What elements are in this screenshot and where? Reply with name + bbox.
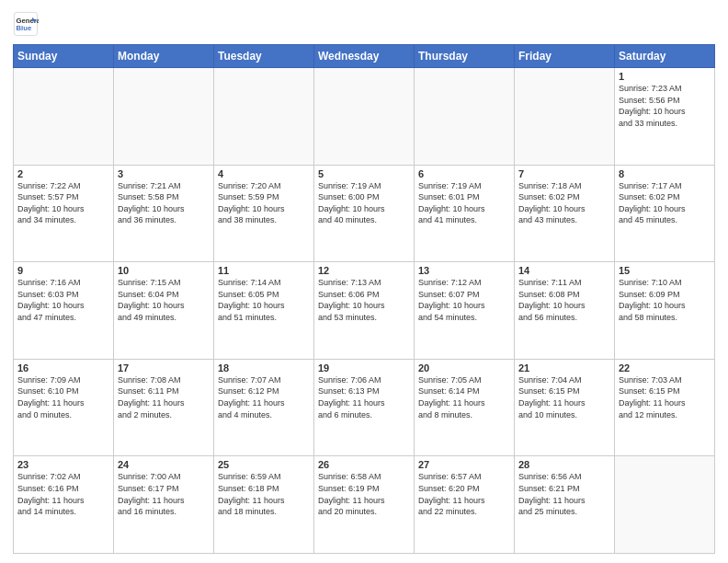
calendar-day-cell: 28Sunrise: 6:56 AM Sunset: 6:21 PM Dayli… <box>515 456 615 554</box>
calendar-day-cell: 11Sunrise: 7:14 AM Sunset: 6:05 PM Dayli… <box>214 262 314 360</box>
day-info: Sunrise: 7:10 AM Sunset: 6:09 PM Dayligh… <box>619 277 711 323</box>
day-info: Sunrise: 7:21 AM Sunset: 5:58 PM Dayligh… <box>118 180 210 226</box>
calendar-day-cell <box>14 68 114 166</box>
day-info: Sunrise: 7:18 AM Sunset: 6:02 PM Dayligh… <box>518 180 610 226</box>
day-info: Sunrise: 7:19 AM Sunset: 6:01 PM Dayligh… <box>418 180 510 226</box>
day-info: Sunrise: 7:19 AM Sunset: 6:00 PM Dayligh… <box>318 180 410 226</box>
day-number: 7 <box>518 168 610 179</box>
calendar-day-cell: 17Sunrise: 7:08 AM Sunset: 6:11 PM Dayli… <box>114 359 214 456</box>
day-info: Sunrise: 7:16 AM Sunset: 6:03 PM Dayligh… <box>17 277 109 323</box>
calendar-table: SundayMondayTuesdayWednesdayThursdayFrid… <box>13 44 715 554</box>
day-info: Sunrise: 6:56 AM Sunset: 6:21 PM Dayligh… <box>518 471 610 517</box>
day-number: 20 <box>418 362 510 373</box>
weekday-header: Tuesday <box>214 45 314 68</box>
day-info: Sunrise: 6:57 AM Sunset: 6:20 PM Dayligh… <box>418 471 510 517</box>
day-info: Sunrise: 7:22 AM Sunset: 5:57 PM Dayligh… <box>17 180 109 226</box>
svg-text:Blue: Blue <box>17 24 32 32</box>
weekday-header: Saturday <box>615 45 715 68</box>
calendar-day-cell: 8Sunrise: 7:17 AM Sunset: 6:02 PM Daylig… <box>615 165 715 262</box>
calendar-day-cell: 1Sunrise: 7:23 AM Sunset: 5:56 PM Daylig… <box>615 68 715 166</box>
calendar-day-cell: 10Sunrise: 7:15 AM Sunset: 6:04 PM Dayli… <box>114 262 214 360</box>
day-number: 8 <box>619 168 711 179</box>
day-info: Sunrise: 7:23 AM Sunset: 5:56 PM Dayligh… <box>619 83 711 129</box>
day-number: 25 <box>218 459 310 470</box>
weekday-header: Sunday <box>14 45 114 68</box>
day-number: 21 <box>518 362 610 373</box>
weekday-header: Wednesday <box>314 45 415 68</box>
weekday-header: Friday <box>515 45 615 68</box>
calendar-day-cell: 22Sunrise: 7:03 AM Sunset: 6:15 PM Dayli… <box>615 359 715 456</box>
calendar-day-cell: 23Sunrise: 7:02 AM Sunset: 6:16 PM Dayli… <box>14 456 114 554</box>
day-number: 28 <box>518 459 610 470</box>
calendar-day-cell: 16Sunrise: 7:09 AM Sunset: 6:10 PM Dayli… <box>14 359 114 456</box>
day-info: Sunrise: 7:09 AM Sunset: 6:10 PM Dayligh… <box>17 374 109 420</box>
day-number: 4 <box>218 168 310 179</box>
day-number: 15 <box>619 265 711 276</box>
calendar-day-cell: 6Sunrise: 7:19 AM Sunset: 6:01 PM Daylig… <box>415 165 515 262</box>
day-number: 12 <box>318 265 410 276</box>
day-number: 22 <box>619 362 711 373</box>
day-info: Sunrise: 7:00 AM Sunset: 6:17 PM Dayligh… <box>118 471 210 517</box>
calendar-day-cell <box>314 68 415 166</box>
calendar-day-cell: 3Sunrise: 7:21 AM Sunset: 5:58 PM Daylig… <box>114 165 214 262</box>
calendar-day-cell: 7Sunrise: 7:18 AM Sunset: 6:02 PM Daylig… <box>515 165 615 262</box>
calendar-day-cell <box>114 68 214 166</box>
calendar-day-cell: 21Sunrise: 7:04 AM Sunset: 6:15 PM Dayli… <box>515 359 615 456</box>
calendar-day-cell <box>515 68 615 166</box>
logo: General Blue <box>13 11 42 37</box>
day-number: 24 <box>118 459 210 470</box>
calendar-day-cell: 15Sunrise: 7:10 AM Sunset: 6:09 PM Dayli… <box>615 262 715 360</box>
day-info: Sunrise: 7:17 AM Sunset: 6:02 PM Dayligh… <box>619 180 711 226</box>
day-info: Sunrise: 7:05 AM Sunset: 6:14 PM Dayligh… <box>418 374 510 420</box>
day-number: 19 <box>318 362 410 373</box>
day-number: 26 <box>318 459 410 470</box>
day-info: Sunrise: 7:08 AM Sunset: 6:11 PM Dayligh… <box>118 374 210 420</box>
day-number: 3 <box>118 168 210 179</box>
calendar-header-row: SundayMondayTuesdayWednesdayThursdayFrid… <box>14 45 715 68</box>
calendar-day-cell: 14Sunrise: 7:11 AM Sunset: 6:08 PM Dayli… <box>515 262 615 360</box>
calendar-day-cell <box>415 68 515 166</box>
header: General Blue <box>13 11 715 37</box>
calendar-week-row: 2Sunrise: 7:22 AM Sunset: 5:57 PM Daylig… <box>14 165 715 262</box>
day-number: 17 <box>118 362 210 373</box>
calendar-day-cell: 4Sunrise: 7:20 AM Sunset: 5:59 PM Daylig… <box>214 165 314 262</box>
day-info: Sunrise: 7:14 AM Sunset: 6:05 PM Dayligh… <box>218 277 310 323</box>
day-number: 6 <box>418 168 510 179</box>
calendar-day-cell: 18Sunrise: 7:07 AM Sunset: 6:12 PM Dayli… <box>214 359 314 456</box>
day-number: 2 <box>17 168 109 179</box>
day-info: Sunrise: 7:13 AM Sunset: 6:06 PM Dayligh… <box>318 277 410 323</box>
calendar-day-cell: 9Sunrise: 7:16 AM Sunset: 6:03 PM Daylig… <box>14 262 114 360</box>
calendar-day-cell <box>214 68 314 166</box>
day-number: 14 <box>518 265 610 276</box>
calendar-week-row: 9Sunrise: 7:16 AM Sunset: 6:03 PM Daylig… <box>14 262 715 360</box>
day-number: 23 <box>17 459 109 470</box>
calendar-week-row: 23Sunrise: 7:02 AM Sunset: 6:16 PM Dayli… <box>14 456 715 554</box>
day-info: Sunrise: 6:58 AM Sunset: 6:19 PM Dayligh… <box>318 471 410 517</box>
calendar-day-cell: 20Sunrise: 7:05 AM Sunset: 6:14 PM Dayli… <box>415 359 515 456</box>
day-info: Sunrise: 7:06 AM Sunset: 6:13 PM Dayligh… <box>318 374 410 420</box>
day-number: 16 <box>17 362 109 373</box>
day-number: 10 <box>118 265 210 276</box>
day-info: Sunrise: 6:59 AM Sunset: 6:18 PM Dayligh… <box>218 471 310 517</box>
day-number: 18 <box>218 362 310 373</box>
day-info: Sunrise: 7:04 AM Sunset: 6:15 PM Dayligh… <box>518 374 610 420</box>
calendar-day-cell <box>615 456 715 554</box>
calendar-day-cell: 27Sunrise: 6:57 AM Sunset: 6:20 PM Dayli… <box>415 456 515 554</box>
day-number: 9 <box>17 265 109 276</box>
calendar-week-row: 1Sunrise: 7:23 AM Sunset: 5:56 PM Daylig… <box>14 68 715 166</box>
day-number: 1 <box>619 71 711 82</box>
calendar-day-cell: 12Sunrise: 7:13 AM Sunset: 6:06 PM Dayli… <box>314 262 415 360</box>
day-info: Sunrise: 7:02 AM Sunset: 6:16 PM Dayligh… <box>17 471 109 517</box>
logo-icon: General Blue <box>13 11 39 37</box>
day-info: Sunrise: 7:07 AM Sunset: 6:12 PM Dayligh… <box>218 374 310 420</box>
calendar-day-cell: 25Sunrise: 6:59 AM Sunset: 6:18 PM Dayli… <box>214 456 314 554</box>
weekday-header: Monday <box>114 45 214 68</box>
day-number: 13 <box>418 265 510 276</box>
calendar-week-row: 16Sunrise: 7:09 AM Sunset: 6:10 PM Dayli… <box>14 359 715 456</box>
day-number: 27 <box>418 459 510 470</box>
calendar-day-cell: 24Sunrise: 7:00 AM Sunset: 6:17 PM Dayli… <box>114 456 214 554</box>
day-number: 5 <box>318 168 410 179</box>
weekday-header: Thursday <box>415 45 515 68</box>
calendar-day-cell: 5Sunrise: 7:19 AM Sunset: 6:00 PM Daylig… <box>314 165 415 262</box>
day-info: Sunrise: 7:12 AM Sunset: 6:07 PM Dayligh… <box>418 277 510 323</box>
